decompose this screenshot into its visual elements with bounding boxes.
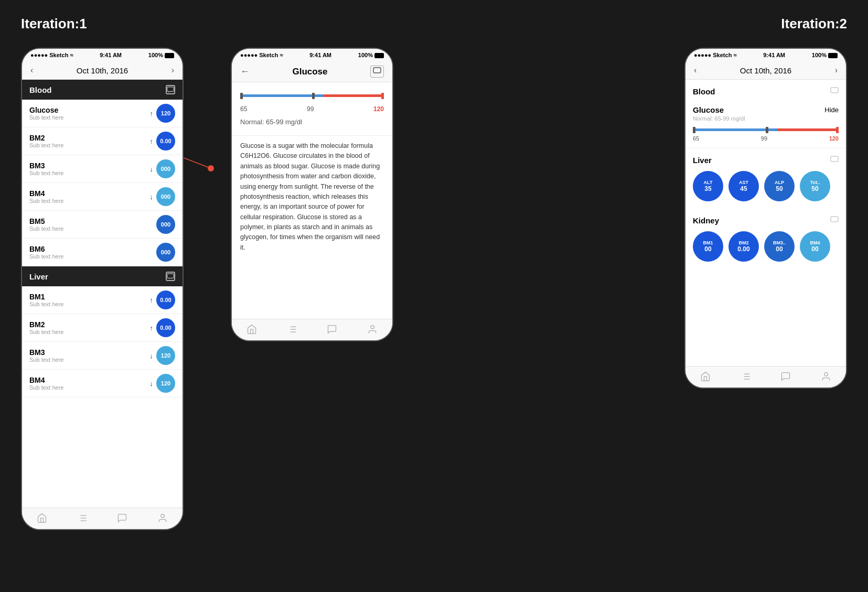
list-item-bm6-blood[interactable]: BM6 Sub text here 000 xyxy=(22,239,183,266)
svg-point-22 xyxy=(824,373,828,376)
back-button[interactable]: ← xyxy=(240,66,250,77)
tab-list-3[interactable] xyxy=(740,371,752,382)
nav-bar-2: ← Glucose xyxy=(232,61,392,82)
battery-1: 100% xyxy=(148,52,174,58)
list-icon-2 xyxy=(286,324,298,335)
tab-chat-1[interactable] xyxy=(116,512,128,524)
tab-bar-3 xyxy=(685,366,846,388)
list-icon-1 xyxy=(77,512,88,524)
tab-chat-2[interactable] xyxy=(326,324,338,335)
circle-tot[interactable]: Tot.. 50 xyxy=(800,171,830,201)
tab-user-2[interactable] xyxy=(367,324,378,335)
signal-dots-2: ●●●●● Sketch ≈ xyxy=(240,52,283,58)
connector-area xyxy=(184,150,231,184)
tab-home-1[interactable] xyxy=(36,512,48,524)
phone-frame-iteration2: ●●●●● Sketch ≈ 9:41 AM 100% ‹ Oct 10th, … xyxy=(684,48,847,389)
nav-date-1: Oct 10th, 2016 xyxy=(33,66,171,75)
tab-user-3[interactable] xyxy=(820,371,832,382)
list-item-bm2-liver[interactable]: BM2 Sub text here ↑ 0.00 xyxy=(22,314,183,342)
phone1-scroll: Blood Glucose Sub text here xyxy=(22,80,183,424)
blood-chat-icon-3[interactable] xyxy=(830,87,839,96)
section-label-blood-3: Blood xyxy=(685,80,846,99)
svg-rect-11 xyxy=(373,68,381,73)
list-item-bm3-blood[interactable]: BM3 Sub text here ↓ 000 xyxy=(22,155,183,183)
tab-home-2[interactable] xyxy=(246,324,258,335)
glucose-sub: Sub text here xyxy=(29,114,63,121)
liver-circles-row: ALT 35 AST 45 ALP 50 Tot.. 50 xyxy=(685,168,846,209)
circle-bm2-kidney[interactable]: BM2 0.00 xyxy=(728,231,759,262)
section-label-liver-3: Liver xyxy=(685,148,846,168)
next-arrow-1[interactable]: › xyxy=(172,66,174,75)
liver-chat-icon[interactable] xyxy=(166,272,175,281)
tab-chat-3[interactable] xyxy=(780,371,791,382)
hide-button[interactable]: Hide xyxy=(824,106,839,114)
bm3-liver-sub: Sub text here xyxy=(29,357,63,363)
bm3-kidney-value: 00 xyxy=(776,245,783,253)
status-bar-1: ●●●●● Sketch ≈ 9:41 AM 100% xyxy=(22,49,183,61)
bm3-blood-arrow: ↓ xyxy=(150,165,154,173)
kidney-circles-row: BM1 00 BM2 0.00 BM3.. 00 BM4 00 xyxy=(685,228,846,269)
svg-point-10 xyxy=(208,165,214,171)
bm2-liver-title: BM2 xyxy=(29,320,63,329)
list-item-bm4-liver[interactable]: BM4 Sub text here ↓ 120 xyxy=(22,370,183,397)
tab-list-2[interactable] xyxy=(286,324,298,335)
status-bar-3: ●●●●● Sketch ≈ 9:41 AM 100% xyxy=(685,49,846,61)
chat-icon-1 xyxy=(116,512,128,524)
svg-rect-17 xyxy=(831,156,838,162)
bm4-liver-title: BM4 xyxy=(29,376,63,384)
glucose-card: Glucose Hide Normal: 65-99 mg/dl 65 99 1 xyxy=(685,99,846,148)
tab-list-1[interactable] xyxy=(77,512,88,524)
blood-chat-icon[interactable] xyxy=(166,85,175,94)
kidney-label-3: Kidney xyxy=(693,216,719,225)
circle-bm1-kidney[interactable]: BM1 00 xyxy=(693,231,723,262)
bm1-liver-badge: 0.00 xyxy=(156,290,175,309)
list-item-bm2-blood[interactable]: BM2 Sub text here ↑ 0.00 xyxy=(22,127,183,155)
list-item-bm4-blood[interactable]: BM4 Sub text here ↓ 000 xyxy=(22,183,183,211)
phone-frame-iteration1: ●●●●● Sketch ≈ 9:41 AM 100% ‹ Oct 10th, … xyxy=(21,48,184,530)
liver-chat-icon-3[interactable] xyxy=(830,156,839,165)
list-item-glucose[interactable]: Glucose Sub text here ↑ 120 xyxy=(22,100,183,127)
bm4-liver-arrow: ↓ xyxy=(150,380,154,388)
list-item-bm5-blood[interactable]: BM5 Sub text here 000 xyxy=(22,211,183,239)
glucose-badge: 120 xyxy=(156,104,175,123)
battery-3: 100% xyxy=(812,52,838,58)
bm1-liver-arrow: ↑ xyxy=(150,296,154,304)
glucose-chat-nav-icon[interactable] xyxy=(370,66,384,78)
svg-rect-0 xyxy=(167,87,174,92)
nav-date-3: Oct 10th, 2016 xyxy=(696,66,834,75)
liver-label-3: Liver xyxy=(693,156,712,165)
user-icon-3 xyxy=(820,371,832,382)
bm3-blood-title: BM3 xyxy=(29,162,63,170)
bm4-liver-sub: Sub text here xyxy=(29,384,63,391)
bm1-liver-title: BM1 xyxy=(29,293,63,301)
circle-bm4-kidney[interactable]: BM4 00 xyxy=(800,231,830,262)
circle-ast[interactable]: AST 45 xyxy=(728,171,759,201)
kidney-chat-icon-3[interactable] xyxy=(830,216,839,225)
iteration2-label: Iteration:2 xyxy=(781,16,847,32)
bm2-kidney-label: BM2 xyxy=(738,240,748,245)
nav-bar-1: ‹ Oct 10th, 2016 › xyxy=(22,61,183,80)
glucose-card-title: Glucose Hide xyxy=(693,105,839,114)
list-item-bm1-liver[interactable]: BM1 Sub text here ↑ 0.00 xyxy=(22,286,183,314)
user-icon-2 xyxy=(367,324,378,335)
bm3-liver-arrow: ↓ xyxy=(150,352,154,360)
bm2-blood-arrow: ↑ xyxy=(150,137,154,145)
battery-2: 100% xyxy=(358,52,384,58)
bm2-liver-arrow: ↑ xyxy=(150,324,154,332)
circle-bm3-kidney[interactable]: BM3.. 00 xyxy=(764,231,795,262)
circle-alt[interactable]: ALT 35 xyxy=(693,171,723,201)
next-arrow-3[interactable]: › xyxy=(835,66,838,75)
iteration2-section: ●●●●● Sketch ≈ 9:41 AM 100% ‹ Oct 10th, … xyxy=(684,48,847,389)
chat-icon-3 xyxy=(780,371,791,382)
bm3-liver-badge: 120 xyxy=(156,346,175,365)
svg-rect-18 xyxy=(831,217,838,222)
tab-home-3[interactable] xyxy=(700,371,711,382)
bm2-blood-title: BM2 xyxy=(29,134,63,142)
time-2: 9:41 AM xyxy=(309,52,331,58)
list-item-bm3-liver[interactable]: BM3 Sub text here ↓ 120 xyxy=(22,342,183,370)
tab-bar-2 xyxy=(232,319,392,340)
bm4-blood-badge: 000 xyxy=(156,187,175,206)
circle-alp[interactable]: ALP 50 xyxy=(764,171,795,201)
card-range-max: 120 xyxy=(829,135,839,142)
tab-user-1[interactable] xyxy=(157,512,168,524)
